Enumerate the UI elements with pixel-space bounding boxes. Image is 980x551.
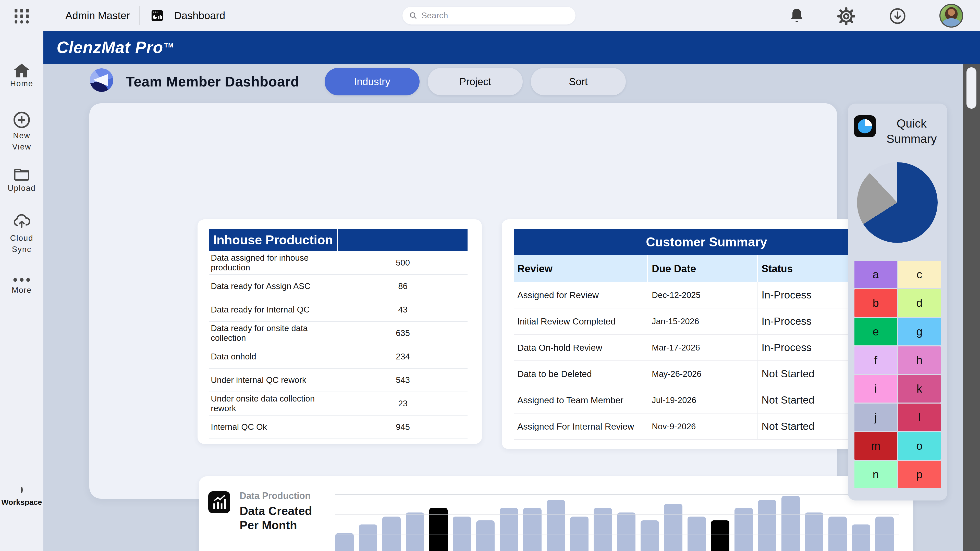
inhouse-production-row: Data ready for Internal QC43 bbox=[209, 298, 468, 322]
category-cell-j[interactable]: j bbox=[854, 403, 897, 431]
view-tabs: IndustryProjectSort bbox=[325, 68, 626, 95]
apps-grid-icon[interactable] bbox=[12, 6, 31, 24]
category-cell-h[interactable]: h bbox=[898, 346, 941, 374]
inhouse-production-row: Data ready for Assign ASC86 bbox=[209, 275, 468, 298]
ellipsis-icon bbox=[12, 275, 32, 285]
category-cell-l[interactable]: l bbox=[898, 403, 941, 431]
bar bbox=[335, 533, 354, 551]
row-label: Internal QC Ok bbox=[209, 416, 338, 438]
sidebar-item-label: Home bbox=[0, 78, 43, 89]
row-label: Data onhold bbox=[209, 345, 338, 368]
category-cell-a[interactable]: a bbox=[854, 261, 897, 288]
bar bbox=[781, 496, 800, 551]
row-label: Data ready for Assign ASC bbox=[209, 275, 338, 298]
bar-chart-plot bbox=[335, 494, 899, 551]
bar-highlighted bbox=[711, 520, 729, 551]
sidebar-item-more[interactable]: More bbox=[0, 275, 43, 296]
topbar-left: Admin Master Dashboard bbox=[65, 0, 225, 31]
customer-summary-row: Data to be DeletedMay-26-2026Not Started bbox=[514, 361, 899, 387]
home-icon bbox=[12, 61, 32, 78]
search-input[interactable] bbox=[422, 11, 570, 21]
row-value: 500 bbox=[338, 251, 468, 274]
scrollbar-thumb[interactable] bbox=[966, 67, 977, 109]
bar bbox=[664, 504, 682, 551]
category-cell-g[interactable]: g bbox=[898, 318, 941, 345]
topbar-divider bbox=[140, 6, 140, 25]
category-cell-f[interactable]: f bbox=[854, 346, 897, 374]
category-cell-c[interactable]: c bbox=[898, 261, 941, 288]
row-value: 43 bbox=[338, 298, 468, 321]
plus-circle-icon bbox=[12, 110, 32, 130]
category-cell-p[interactable]: p bbox=[898, 461, 941, 488]
tab-sort[interactable]: Sort bbox=[531, 68, 626, 95]
bar bbox=[758, 500, 776, 551]
category-cell-d[interactable]: d bbox=[898, 289, 941, 317]
category-cell-m[interactable]: m bbox=[854, 432, 897, 460]
category-cell-n[interactable]: n bbox=[854, 461, 897, 488]
scrollbar-track[interactable] bbox=[963, 64, 980, 551]
bell-icon[interactable] bbox=[788, 7, 806, 25]
inhouse-production-row: Under internal QC rework543 bbox=[209, 368, 468, 392]
dashboard-icon bbox=[150, 8, 164, 23]
row-label: Under internal QC rework bbox=[209, 368, 338, 392]
bar bbox=[641, 520, 659, 551]
cloud-upload-icon bbox=[12, 211, 32, 233]
inhouse-production-row: Internal QC Ok945 bbox=[209, 416, 468, 439]
row-label: Data assigned for inhouse production bbox=[209, 251, 338, 274]
customer-summary-title: Customer Summary bbox=[646, 235, 767, 249]
sidebar-item-cloud-sync[interactable]: Cloud Sync bbox=[0, 211, 43, 255]
category-cell-o[interactable]: o bbox=[898, 432, 941, 460]
row-value: 635 bbox=[338, 322, 468, 345]
review-cell: Assigned For Internal Review bbox=[514, 413, 648, 439]
column-header-review: Review bbox=[514, 256, 648, 282]
sidebar-item-upload[interactable]: Upload bbox=[0, 165, 43, 194]
row-value: 23 bbox=[338, 392, 468, 415]
breadcrumb-page-title[interactable]: Dashboard bbox=[174, 10, 225, 22]
sidebar-item-new-view[interactable]: New View bbox=[0, 110, 43, 152]
inhouse-production-header-spacer bbox=[338, 229, 468, 251]
category-cell-b[interactable]: b bbox=[854, 289, 897, 317]
row-label: Under onsite data collection rework bbox=[209, 392, 338, 415]
folder-icon bbox=[12, 165, 32, 183]
customer-summary-row: Assigned to Team MemberJul-19-2026Not St… bbox=[514, 387, 899, 413]
sidebar-item-workspace[interactable]: Workspace bbox=[0, 488, 43, 507]
bar bbox=[547, 500, 565, 551]
inhouse-production-row: Data assigned for inhouse production500 bbox=[209, 251, 468, 275]
team-dashboard-logo bbox=[90, 68, 113, 92]
gear-icon[interactable] bbox=[837, 7, 855, 25]
bar bbox=[476, 520, 495, 551]
sidebar: HomeNew ViewUploadCloud SyncMore Workspa… bbox=[0, 0, 43, 551]
inhouse-production-card: Inhouse Production Data assigned for inh… bbox=[197, 219, 482, 444]
page-title: Team Member Dashboard bbox=[126, 73, 299, 90]
category-cell-e[interactable]: e bbox=[854, 318, 897, 345]
customer-summary-header: Customer Summary bbox=[514, 229, 899, 256]
chart-eyebrow: Data Production bbox=[240, 491, 310, 501]
review-cell: Assigned for Review bbox=[514, 282, 648, 308]
due-date-cell: Jan-15-2026 bbox=[648, 308, 758, 334]
chart-gridline bbox=[335, 514, 899, 514]
due-date-cell: Dec-12-2025 bbox=[648, 282, 758, 308]
row-value: 543 bbox=[338, 368, 468, 392]
inhouse-production-row: Data onhold234 bbox=[209, 345, 468, 368]
due-date-cell: May-26-2026 bbox=[648, 361, 758, 387]
chart-title: Data CreatedPer Month bbox=[240, 504, 312, 532]
tab-industry[interactable]: Industry bbox=[325, 68, 420, 95]
brand-logo: ClenzMat ProTM bbox=[43, 38, 173, 57]
user-avatar[interactable] bbox=[939, 4, 963, 27]
tab-project[interactable]: Project bbox=[428, 68, 523, 95]
sidebar-item-label: More bbox=[0, 285, 43, 296]
inhouse-production-title: Inhouse Production bbox=[213, 233, 333, 248]
user-menu[interactable]: Admin Master bbox=[65, 10, 130, 22]
category-cell-k[interactable]: k bbox=[898, 375, 941, 403]
trademark-symbol: TM bbox=[164, 42, 173, 49]
bar bbox=[359, 524, 377, 551]
customer-summary-columns: ReviewDue DateStatus bbox=[514, 256, 899, 282]
row-value: 86 bbox=[338, 275, 468, 298]
review-cell: Assigned to Team Member bbox=[514, 387, 648, 413]
search-bar[interactable] bbox=[402, 6, 576, 24]
sidebar-item-home[interactable]: Home bbox=[0, 61, 43, 89]
dashboard-content: Inhouse Production Data assigned for inh… bbox=[89, 103, 837, 499]
category-cell-i[interactable]: i bbox=[854, 375, 897, 403]
download-icon[interactable] bbox=[889, 7, 907, 25]
review-cell: Data On-hold Review bbox=[514, 335, 648, 360]
